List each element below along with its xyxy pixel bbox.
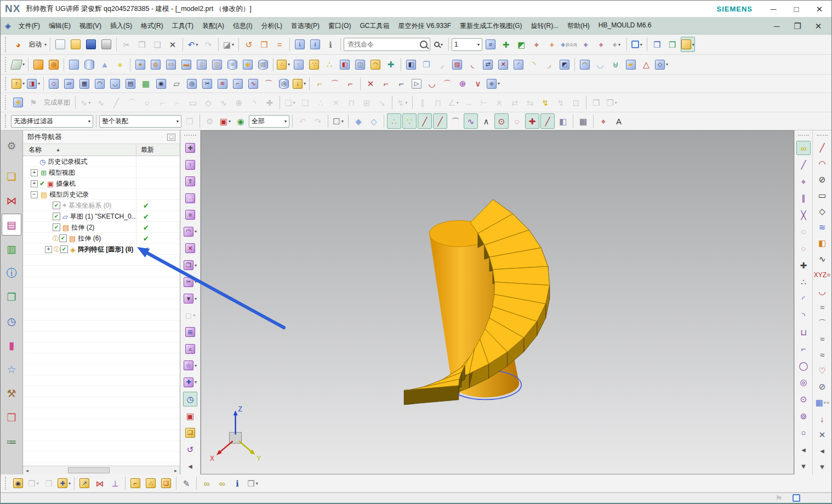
copy-face-button[interactable]: ❐▾ <box>183 258 197 273</box>
feature-checkbox[interactable]: ✔ <box>53 224 60 231</box>
feature-checkbox[interactable]: ✔ <box>53 202 60 209</box>
datum-plane-button[interactable]: ↑▾ <box>11 76 25 91</box>
wcs-orient-icon[interactable]: ⌖▾ <box>609 37 624 52</box>
tree-row[interactable]: +✔▣摄像机 <box>23 178 180 189</box>
snap-point-toggle[interactable]: ∴ <box>387 113 401 129</box>
intersection-curve-button[interactable]: ✕ <box>815 428 829 442</box>
datum-display-icon[interactable]: ✚ <box>499 37 513 52</box>
tree-row[interactable]: ⓘ✔▤拉伸 (6)✔ <box>23 233 180 244</box>
tree-row[interactable]: +ⓘ✔◈阵列特征 [圆形] (8)✔ <box>23 244 180 255</box>
trim-body-button[interactable]: ▨ <box>450 57 464 72</box>
n-sided-surface-button[interactable]: ◉ <box>154 76 168 91</box>
work-layer-combo[interactable]: 1▾ <box>452 38 482 51</box>
menu-item[interactable]: 插入(S) <box>106 20 136 32</box>
offset-region-button[interactable]: ⇑ <box>183 174 197 189</box>
edit-cross-section-button[interactable]: ▵ <box>183 342 197 357</box>
system-materials-icon[interactable]: ▮ <box>2 334 21 356</box>
studio-spline-button[interactable]: ♡ <box>815 364 829 377</box>
assembly-constraints-button[interactable]: ⋈ <box>93 476 107 491</box>
view-info-icon[interactable]: i <box>293 37 307 52</box>
scroll-left-arrow[interactable]: ◂ <box>23 468 31 473</box>
section-surface-button[interactable]: ◧ <box>815 236 829 250</box>
variational-sweep-button[interactable]: ◡ <box>108 76 122 91</box>
through-mesh-button[interactable]: ▦ <box>77 76 92 91</box>
delete-button[interactable]: ✕ <box>166 37 180 52</box>
color-filter-icon[interactable]: ◉ <box>233 113 248 129</box>
offset-face-button[interactable]: ✚ <box>384 57 398 72</box>
snap-quadrant-point[interactable]: ◌ <box>510 113 524 129</box>
minimize-child-button[interactable]: ─ <box>770 18 784 33</box>
menu-item[interactable]: 帮助(H) <box>563 20 594 32</box>
corner-curve-button[interactable]: ⌐ <box>796 342 811 357</box>
block-button[interactable] <box>67 57 81 72</box>
expand-icon[interactable]: + <box>45 246 52 253</box>
assembly-navigator-icon[interactable]: ❏ <box>2 165 21 187</box>
patch-button[interactable]: ◞ <box>542 57 556 72</box>
wcs-save-icon[interactable]: ⌖ <box>579 37 593 52</box>
minimize-button[interactable]: ─ <box>766 1 780 16</box>
command-finder-input[interactable] <box>344 38 430 51</box>
emboss-button[interactable]: ◆ <box>241 57 255 72</box>
wireframe-select-icon[interactable]: ◇ <box>367 113 381 129</box>
grid-snap-icon[interactable]: ▦ <box>576 113 590 129</box>
curve-x-button[interactable]: ✕ <box>363 76 378 91</box>
groove-button[interactable]: ◫ <box>210 57 224 72</box>
restore-child-button[interactable]: ❐ <box>790 18 805 33</box>
instance-array-button[interactable]: ∴ <box>322 57 337 72</box>
section-surface-button[interactable]: ▤ <box>123 76 138 91</box>
four-point-surface-button[interactable]: ◇ <box>47 76 61 91</box>
csys-orient-icon[interactable]: ⌖ <box>529 37 544 52</box>
maximize-button[interactable]: □ <box>789 1 803 16</box>
mirror-assembly-button[interactable]: ❏ <box>159 476 173 491</box>
line-button[interactable]: ╱ <box>815 141 829 154</box>
slot-button[interactable]: ▯ <box>195 57 209 72</box>
circle-radius-button[interactable]: ⊚ <box>796 409 811 423</box>
column-name[interactable]: 名称 ▲ <box>23 145 136 154</box>
wcs-display-icon[interactable]: ⌖ <box>594 37 608 52</box>
web-browser-icon[interactable]: ❐ <box>2 286 21 308</box>
wave-geometry-linker-button[interactable]: ⌐ <box>128 476 143 491</box>
check-clearances-button[interactable]: ✎ <box>179 476 193 491</box>
snap-point-on-curve[interactable]: ⌒ <box>448 113 463 129</box>
snap-mid-point[interactable]: ╱ <box>433 113 447 129</box>
join-curve-button[interactable]: ◡ <box>425 76 439 91</box>
point-vector-button[interactable]: ⌖ <box>796 174 811 189</box>
fan-curve-button[interactable]: ∨ <box>471 76 485 91</box>
menu-item[interactable]: 首选项(P) <box>287 20 324 32</box>
zigzag-spline-button[interactable]: ≈ <box>815 300 829 314</box>
image-gallery-icon[interactable]: ❒ <box>2 406 21 428</box>
circle-point-button[interactable]: ○ <box>796 425 811 440</box>
menu-item[interactable]: GC工具箱 <box>355 20 394 32</box>
toolbar-collapse-arrow[interactable]: ◂ <box>815 444 829 457</box>
cone-wire-button[interactable]: △ <box>639 57 653 72</box>
paste-face-button[interactable]: ▼▾ <box>183 291 197 306</box>
tree-row[interactable]: ◷历史记录模式 <box>23 156 180 167</box>
arc-sag-button[interactable]: ⌒ <box>440 76 454 91</box>
snap-rotate-point[interactable]: ∵ <box>402 113 417 129</box>
new-file-button[interactable] <box>53 37 67 52</box>
unite-button[interactable]: ◧ <box>404 57 418 72</box>
link-chain-button[interactable]: ∞ <box>796 141 811 156</box>
tree-row[interactable]: +⊞模型视图 <box>23 167 180 178</box>
intersect-button[interactable]: ◩ <box>557 57 572 72</box>
boss2-button[interactable]: ▥ <box>256 57 270 72</box>
cone-button[interactable]: ▲ <box>98 57 112 72</box>
menu-item[interactable]: 视图(V) <box>75 20 106 32</box>
section-curve-button[interactable]: ⊘ <box>815 380 829 393</box>
roles-gear-icon[interactable]: ⚙ <box>2 135 21 157</box>
menu-item[interactable]: HB_MOULD M6.6 <box>594 20 656 32</box>
command-finder-input[interactable] <box>346 40 420 49</box>
feature-playback-button[interactable]: ◷ <box>183 392 197 406</box>
internet-explorer-icon[interactable]: ⓘ <box>2 262 21 284</box>
circle-center-button[interactable]: ◯ <box>796 358 811 373</box>
intersection-x-button[interactable]: ╳ <box>796 208 811 222</box>
shield-surface-button[interactable]: ◆▾ <box>486 76 500 91</box>
fit-view-button[interactable]: ▾ <box>630 37 644 52</box>
undock-panel-icon[interactable]: □ <box>167 134 175 141</box>
unsew-button[interactable]: ◜ <box>511 57 526 72</box>
snap-end-point[interactable]: ╱ <box>418 113 432 129</box>
unlock-key-icon[interactable]: ⌐ <box>312 76 327 91</box>
offset-3d-curve-button[interactable]: ≈ <box>815 348 829 362</box>
show-degrees-of-freedom-button[interactable]: ⊥ <box>108 476 122 491</box>
thread-button[interactable]: ≡ <box>225 57 240 72</box>
